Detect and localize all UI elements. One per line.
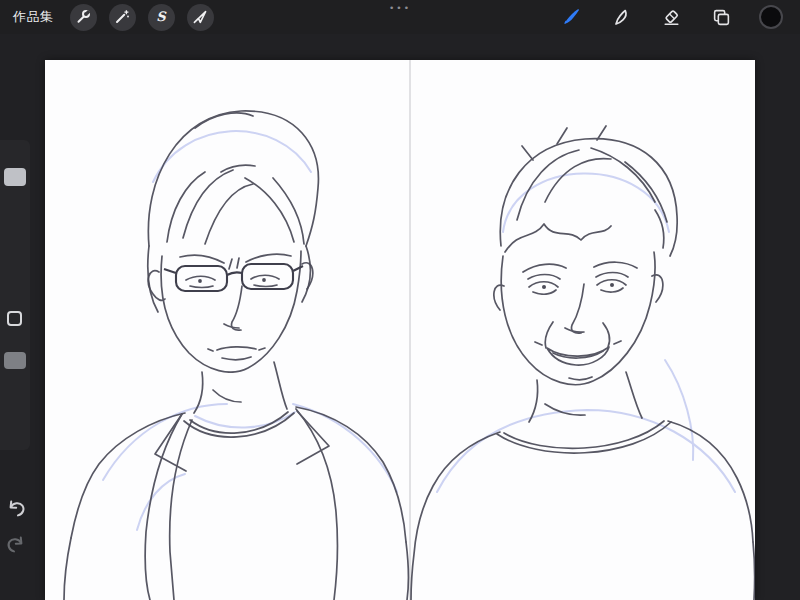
top-toolbar: 作品集 S [0, 0, 800, 34]
slider-track [0, 140, 30, 450]
brush-size-slider[interactable] [4, 168, 26, 186]
procreate-workspace: 作品集 S [0, 0, 800, 600]
side-controls [0, 60, 30, 600]
right-portrait-sketch [411, 126, 755, 600]
redo-arrow-icon [5, 534, 27, 556]
modify-button[interactable] [7, 311, 22, 326]
redo-button[interactable] [5, 534, 27, 556]
undo-button[interactable] [5, 498, 27, 520]
multitask-indicator: ••• [0, 3, 800, 13]
undo-arrow-icon [5, 498, 27, 520]
opacity-slider[interactable] [4, 352, 26, 369]
drawing-canvas[interactable] [45, 60, 755, 600]
left-portrait-sketch [64, 111, 408, 600]
canvas-artwork [45, 60, 755, 600]
